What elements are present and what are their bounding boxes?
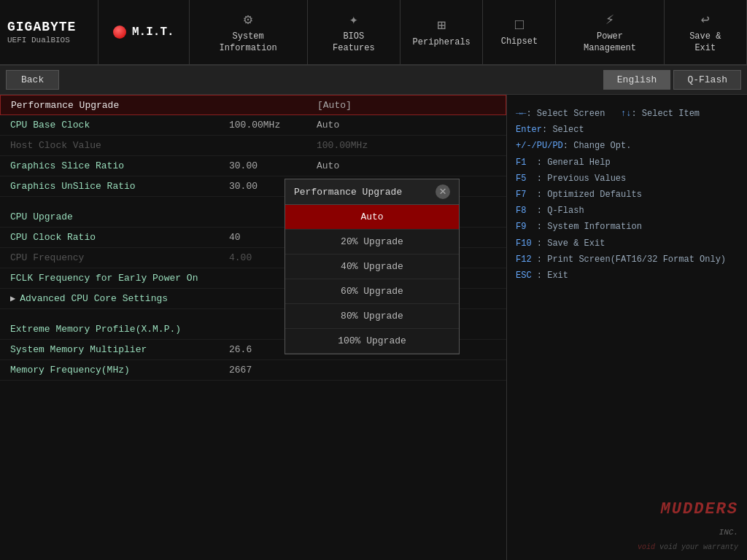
dropdown-option-100[interactable]: 100% Upgrade xyxy=(285,329,459,354)
setting-name: CPU Frequency xyxy=(10,252,229,263)
language-button[interactable]: English xyxy=(603,70,671,90)
info-f1: F1 : General Help xyxy=(516,155,738,171)
watermark: MUDDERS INC. void void your warranty xyxy=(638,494,738,554)
info-key: F12 xyxy=(516,254,532,265)
tab-bios-features[interactable]: ✦ BIOS Features xyxy=(308,0,400,64)
info-desc: : Exit xyxy=(532,271,568,281)
setting-name: CPU Clock Ratio xyxy=(10,232,229,243)
save-exit-icon: ↩ xyxy=(701,10,710,28)
logo-area: GIGABYTE UEFI DualBIOS xyxy=(0,0,98,64)
info-key: F8 xyxy=(516,206,526,216)
info-enter: Enter: Select xyxy=(516,122,738,138)
setting-name: Host Clock Value xyxy=(10,140,229,151)
dropdown-option-20[interactable]: 20% Upgrade xyxy=(285,230,459,254)
dropdown-option-auto[interactable]: Auto xyxy=(285,205,459,230)
info-desc: : General Help xyxy=(526,158,610,168)
info-key: F7 xyxy=(516,190,526,200)
setting-row-cpu-base-clock[interactable]: CPU Base Clock 100.00MHz Auto xyxy=(0,115,506,136)
back-button[interactable]: Back xyxy=(6,70,59,90)
setting-name: Advanced CPU Core Settings xyxy=(20,293,239,304)
info-f9: F9 : System Information xyxy=(516,219,738,235)
info-desc: : Print Screen(FAT16/32 Format Only) xyxy=(532,254,726,265)
dropdown-option-80[interactable]: 80% Upgrade xyxy=(285,304,459,329)
tab-bios-features-label: BIOS Features xyxy=(321,31,387,54)
tab-system-information-label: System Information xyxy=(203,31,294,54)
mit-label: M.I.T. xyxy=(132,26,174,39)
main-content: Performance Upgrade [Auto] CPU Base Cloc… xyxy=(0,95,747,560)
uefi-label: UEFI DualBIOS xyxy=(7,36,70,44)
setting-name: Graphics UnSlice Ratio xyxy=(10,181,229,192)
info-f12: F12 : Print Screen(FAT16/32 Format Only) xyxy=(516,252,738,268)
gigabyte-logo: GIGABYTE xyxy=(7,20,76,34)
setting-row-performance-upgrade[interactable]: Performance Upgrade [Auto] xyxy=(0,95,506,115)
dropdown-option-40[interactable]: 40% Upgrade xyxy=(285,254,459,279)
dropdown-close-button[interactable]: ✕ xyxy=(436,184,450,199)
mit-tab[interactable]: M.I.T. xyxy=(98,0,190,64)
setting-name: Extreme Memory Profile(X.M.P.) xyxy=(10,324,229,335)
mit-dot-icon xyxy=(113,26,126,39)
tab-power-management[interactable]: ⚡ Power Management xyxy=(556,0,664,64)
main-header: GIGABYTE UEFI DualBIOS M.I.T. ⚙ System I… xyxy=(0,0,747,66)
info-key: F9 xyxy=(516,222,526,232)
dropdown-title: Performance Upgrade xyxy=(294,187,402,198)
tab-chipset-label: Chipset xyxy=(501,36,538,48)
watermark-sub: INC. xyxy=(719,525,738,540)
info-desc-2: : Select Item xyxy=(631,109,700,119)
setting-name: Graphics Slice Ratio xyxy=(10,160,229,171)
performance-upgrade-dropdown[interactable]: Performance Upgrade ✕ Auto 20% Upgrade 4… xyxy=(285,179,460,354)
peripherals-icon: ⊞ xyxy=(437,16,446,34)
setting-val1: 2667 xyxy=(229,365,317,376)
setting-val1: 100.00MHz xyxy=(229,120,317,131)
tab-system-information[interactable]: ⚙ System Information xyxy=(190,0,308,64)
info-desc: : Previous Values xyxy=(526,174,626,184)
setting-name: CPU Upgrade xyxy=(10,211,229,222)
info-desc: : Select xyxy=(542,125,584,135)
tab-peripherals-label: Peripherals xyxy=(413,37,471,49)
info-f5: F5 : Previous Values xyxy=(516,171,738,187)
info-key: F10 xyxy=(516,238,532,249)
info-key: +/-/PU/PD xyxy=(516,141,563,151)
setting-val2: 100.00MHz xyxy=(317,140,368,151)
system-info-icon: ⚙ xyxy=(244,10,252,28)
setting-name: Memory Frequency(MHz) xyxy=(10,365,229,376)
setting-row-graphics-slice-ratio[interactable]: Graphics Slice Ratio 30.00 Auto xyxy=(0,156,506,176)
sub-header: Back English Q-Flash xyxy=(0,66,747,95)
setting-val2: Auto xyxy=(317,120,339,131)
setting-name: Performance Upgrade xyxy=(11,100,230,111)
info-desc: : Optimized Defaults xyxy=(526,190,641,200)
tab-save-exit[interactable]: ↩ Save & Exit xyxy=(665,0,747,64)
info-key-2: ↑↓ xyxy=(621,109,631,119)
setting-val2: Auto xyxy=(317,160,339,171)
watermark-logo: MUDDERS xyxy=(661,494,738,525)
info-f10: F10 : Save & Exit xyxy=(516,236,738,252)
setting-name: System Memory Multiplier xyxy=(10,344,229,355)
info-key: →← xyxy=(516,109,526,119)
dropdown-option-60[interactable]: 60% Upgrade xyxy=(285,279,459,304)
sub-right-buttons: English Q-Flash xyxy=(600,70,741,90)
qflash-button[interactable]: Q-Flash xyxy=(673,70,741,90)
info-desc: : System Information xyxy=(526,222,641,232)
info-key: ESC xyxy=(516,271,532,281)
info-desc: : Select Screen xyxy=(526,109,621,119)
nav-tabs: ⚙ System Information ✦ BIOS Features ⊞ P… xyxy=(190,0,747,64)
tab-peripherals[interactable]: ⊞ Peripherals xyxy=(400,0,483,64)
info-key: F1 xyxy=(516,158,526,168)
info-key: Enter xyxy=(516,125,542,135)
bios-features-icon: ✦ xyxy=(349,10,358,28)
info-change-opt: +/-/PU/PD: Change Opt. xyxy=(516,138,738,154)
setting-val2: [Auto] xyxy=(317,100,352,111)
info-desc: : Q-Flash xyxy=(526,206,584,216)
setting-name: CPU Base Clock xyxy=(10,120,229,131)
info-select-screen: →←: Select Screen ↑↓: Select Item xyxy=(516,106,738,122)
info-f8: F8 : Q-Flash xyxy=(516,203,738,219)
tab-save-exit-label: Save & Exit xyxy=(678,31,733,54)
dropdown-header: Performance Upgrade ✕ xyxy=(285,179,459,205)
info-panel: →←: Select Screen ↑↓: Select Item Enter:… xyxy=(506,95,747,560)
info-desc: : Save & Exit xyxy=(532,238,605,249)
info-esc: ESC : Exit xyxy=(516,268,738,284)
warranty-text: void void your warranty xyxy=(638,540,738,554)
info-desc: : Change Opt. xyxy=(563,141,632,151)
tab-chipset[interactable]: □ Chipset xyxy=(483,0,556,64)
setting-row-memory-frequency[interactable]: Memory Frequency(MHz) 2667 xyxy=(0,360,506,381)
settings-panel: Performance Upgrade [Auto] CPU Base Cloc… xyxy=(0,95,506,560)
